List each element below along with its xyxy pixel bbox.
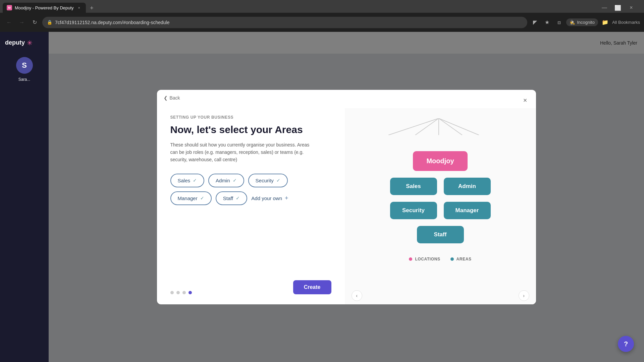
security-icon: 🔒: [47, 20, 52, 25]
reload-button[interactable]: ↻: [30, 17, 40, 27]
sidebar-username: Sara...: [0, 77, 49, 84]
svg-line-4: [439, 118, 462, 135]
connector-lines: [355, 118, 523, 135]
tag-sales[interactable]: Sales ✓: [170, 174, 205, 187]
node-staff: Staff: [417, 226, 464, 243]
nodes-row-3: Staff: [417, 226, 464, 243]
back-chevron-icon: ❮: [164, 95, 168, 101]
legend-areas-label: AREAS: [457, 257, 472, 261]
back-button[interactable]: ←: [4, 17, 14, 27]
legend-locations: LOCATIONS: [409, 257, 440, 261]
dot-4-active: [189, 291, 192, 294]
left-panel: SETTING UP YOUR BUSINESS Now, let's sele…: [157, 108, 345, 304]
svg-line-3: [415, 118, 439, 135]
browser-tabs: M Moodjoy - Powered By Deputy × + — ⬜ ×: [0, 0, 644, 13]
dot-3: [182, 291, 186, 294]
org-chart: Moodjoy: [355, 151, 526, 250]
bookmarks-folder-icon[interactable]: 📁: [600, 17, 610, 27]
tab-title: Moodjoy - Powered By Deputy: [15, 5, 74, 10]
back-link[interactable]: ❮ Back: [164, 95, 180, 101]
diagram-area: Moodjoy: [355, 118, 526, 294]
maximize-button[interactable]: ⬜: [613, 3, 623, 13]
modal-dialog: ❮ Back × SETTING UP YOUR BUSINESS Now, l…: [157, 90, 536, 304]
back-label: Back: [170, 95, 180, 101]
browser-toolbar: ← → ↻ 🔒 7cf47d19112152.na.deputy.com/#on…: [0, 13, 644, 32]
extension-icon[interactable]: ⧈: [554, 17, 564, 27]
diagram-legend: LOCATIONS AREAS: [409, 257, 471, 261]
deputy-logo-star: ✳: [27, 39, 33, 47]
deputy-logo-text: deputy: [5, 39, 25, 46]
node-moodjoy: Moodjoy: [413, 151, 467, 171]
dot-2: [176, 291, 180, 294]
node-manager: Manager: [444, 202, 491, 219]
svg-line-0: [388, 118, 439, 135]
window-close-button[interactable]: ×: [626, 3, 636, 13]
add-own-button[interactable]: Add your own +: [251, 191, 288, 205]
right-nav: ‹ ›: [345, 287, 536, 304]
minimize-button[interactable]: —: [599, 3, 609, 13]
new-tab-button[interactable]: +: [87, 3, 97, 13]
toolbar-icons: ◤ ★ ⧈ 🕵 Incognito 📁 All Bookmarks: [530, 17, 640, 27]
tags-container: Sales ✓ Admin ✓ Security ✓: [170, 174, 331, 205]
forward-button[interactable]: →: [17, 17, 27, 27]
legend-locations-label: LOCATIONS: [415, 257, 440, 261]
node-sales: Sales: [390, 178, 437, 195]
sidebar-avatar: S: [16, 57, 33, 74]
bookmark-star-icon[interactable]: ★: [542, 17, 552, 27]
node-security: Security: [390, 202, 437, 219]
tag-security-check-icon: ✓: [276, 178, 280, 183]
next-nav-button[interactable]: ›: [519, 290, 529, 301]
tag-manager[interactable]: Manager ✓: [170, 191, 212, 205]
address-bar[interactable]: 🔒 7cf47d19112152.na.deputy.com/#onboardi…: [42, 17, 527, 28]
step-label: SETTING UP YOUR BUSINESS: [170, 115, 331, 120]
modal-close-button[interactable]: ×: [520, 95, 531, 106]
nodes-row-1: Sales Admin: [390, 178, 491, 195]
tag-security[interactable]: Security ✓: [248, 174, 288, 187]
tag-manager-check-icon: ✓: [200, 195, 204, 201]
main-area: deputy ✳ S Sara... Hello, Sarah Tyler ❮ …: [0, 32, 644, 362]
active-tab[interactable]: M Moodjoy - Powered By Deputy ×: [3, 3, 86, 13]
browser-chrome: M Moodjoy - Powered By Deputy × + — ⬜ × …: [0, 0, 644, 32]
tag-admin-check-icon: ✓: [233, 178, 237, 183]
deputy-sidebar: deputy ✳ S Sara...: [0, 32, 49, 362]
page-background: Hello, Sarah Tyler ❮ Back × SETTING UP Y…: [49, 32, 644, 362]
help-button[interactable]: ?: [618, 336, 634, 352]
tab-close-button[interactable]: ×: [76, 5, 82, 10]
all-bookmarks-label: All Bookmarks: [612, 20, 640, 25]
tag-manager-label: Manager: [178, 195, 198, 201]
tag-staff[interactable]: Staff ✓: [216, 191, 248, 205]
tag-sales-label: Sales: [178, 178, 191, 183]
modal-overlay: ❮ Back × SETTING UP YOUR BUSINESS Now, l…: [49, 32, 644, 362]
pagination-dots: [170, 284, 192, 294]
tag-staff-check-icon: ✓: [236, 195, 240, 201]
node-admin: Admin: [444, 178, 491, 195]
create-button[interactable]: Create: [293, 280, 331, 294]
legend-areas-dot: [450, 257, 454, 261]
tag-staff-label: Staff: [223, 195, 233, 201]
add-own-label: Add your own: [251, 195, 282, 201]
incognito-badge: 🕵 Incognito: [566, 18, 598, 26]
main-title: Now, let's select your Areas: [170, 124, 331, 136]
add-own-plus-icon: +: [285, 195, 288, 202]
legend-areas: AREAS: [450, 257, 472, 261]
tab-favicon: M: [7, 5, 12, 10]
incognito-label: Incognito: [577, 20, 595, 25]
tag-admin[interactable]: Admin ✓: [208, 174, 244, 187]
svg-line-2: [439, 118, 479, 135]
prev-nav-button[interactable]: ‹: [352, 290, 362, 301]
modal-body: SETTING UP YOUR BUSINESS Now, let's sele…: [157, 90, 536, 304]
deputy-logo: deputy ✳: [0, 32, 49, 54]
incognito-icon: 🕵: [570, 20, 575, 25]
tag-sales-check-icon: ✓: [193, 178, 197, 183]
cast-icon[interactable]: ◤: [530, 17, 540, 27]
nodes-row-2: Security Manager: [390, 202, 491, 219]
tag-security-label: Security: [256, 178, 274, 183]
right-panel: Moodjoy: [345, 108, 536, 304]
legend-locations-dot: [409, 257, 412, 261]
dot-1: [170, 291, 174, 294]
description-text: These should suit how you currently orga…: [170, 141, 311, 164]
url-text: 7cf47d19112152.na.deputy.com/#onboarding…: [55, 20, 169, 25]
tag-admin-label: Admin: [216, 178, 230, 183]
